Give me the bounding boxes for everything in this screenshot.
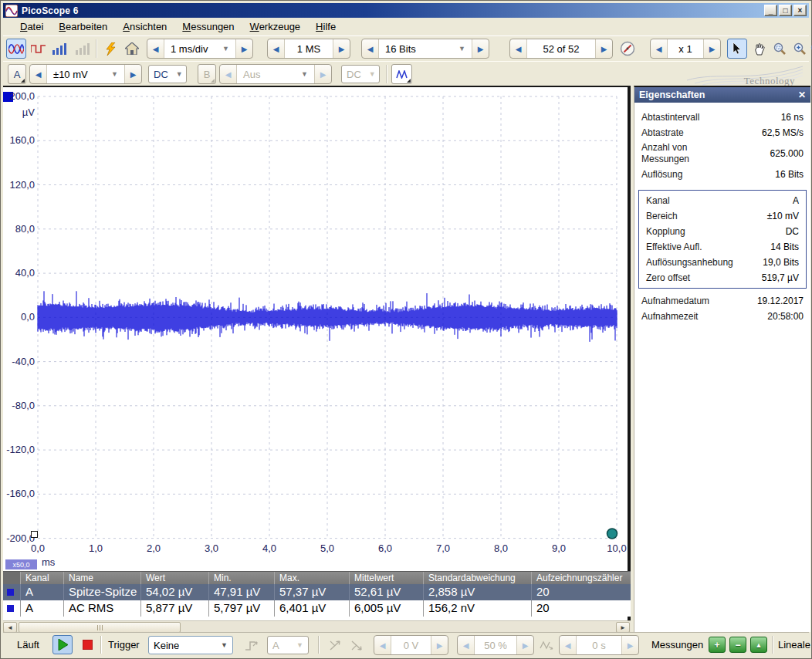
- scroll-right-button[interactable]: ►: [616, 622, 630, 633]
- timebase-increase-button[interactable]: ▶: [236, 39, 252, 58]
- range-a-decrease-button[interactable]: ◀: [30, 65, 46, 83]
- menu-item-hilfe[interactable]: Hilfe: [308, 19, 343, 35]
- scrollbar-thumb[interactable]: [19, 622, 181, 633]
- coupling-b-select[interactable]: DC ▼: [341, 65, 380, 83]
- pre-trigger-value[interactable]: 50 %: [474, 636, 517, 654]
- buffer-previous-button[interactable]: ◀: [510, 39, 526, 58]
- samples-value[interactable]: 1 MS: [284, 39, 333, 58]
- table-scrollbar[interactable]: ◄ ►: [3, 620, 631, 633]
- chevron-down-icon: ▼: [361, 70, 376, 78]
- title-bar[interactable]: PicoScope 6 _ □ ×: [3, 3, 809, 18]
- falling-edge-button[interactable]: [347, 637, 366, 654]
- zoom-value[interactable]: x 1: [667, 39, 704, 58]
- timebase-decrease-button[interactable]: ◀: [147, 39, 164, 58]
- edit-measurement-button[interactable]: ▲: [750, 637, 767, 653]
- remove-measurement-button[interactable]: −: [729, 637, 746, 653]
- trigger-source-select[interactable]: A ▼: [267, 636, 309, 654]
- pretrigger-increase-button[interactable]: ▶: [517, 636, 533, 654]
- samples-decrease-button[interactable]: ◀: [268, 39, 284, 58]
- menu-item-messungen[interactable]: Messungen: [174, 19, 242, 35]
- channel-a-button[interactable]: A: [8, 64, 26, 84]
- zoom-increase-button[interactable]: ▶: [704, 39, 720, 58]
- rising-edge-button[interactable]: [326, 637, 344, 654]
- close-button[interactable]: ×: [793, 5, 807, 16]
- auto-setup-button[interactable]: [100, 39, 120, 59]
- chevron-down-icon: ▼: [293, 70, 308, 78]
- buffer-overview-button[interactable]: [617, 39, 638, 59]
- zoom-out-button[interactable]: [807, 39, 812, 59]
- channel-color-swatch: [7, 589, 14, 596]
- axis-scale-badge[interactable]: x50,0: [5, 559, 37, 569]
- post-trigger-mode-button[interactable]: [537, 637, 556, 654]
- column-header-3[interactable]: Wert: [140, 572, 208, 584]
- column-header-2[interactable]: Name: [63, 572, 140, 584]
- property-row: Bereich±10 mV: [639, 208, 806, 224]
- range-b-increase-button[interactable]: ▶: [315, 65, 331, 83]
- trigger-delay-value[interactable]: 0 s: [576, 636, 622, 654]
- column-header-1[interactable]: Kanal: [20, 572, 63, 584]
- scope-view[interactable]: 200,0160,0120,080,040,00,0-40,0-80,0-120…: [3, 86, 631, 632]
- close-panel-icon[interactable]: ✕: [798, 90, 806, 100]
- property-value: 16 ns: [776, 112, 804, 123]
- column-header-5[interactable]: Max.: [274, 572, 349, 584]
- add-measurement-button[interactable]: +: [709, 637, 726, 653]
- scroll-left-button[interactable]: ◄: [3, 622, 17, 633]
- property-value: 20:58:00: [763, 311, 804, 322]
- buffer-next-button[interactable]: ▶: [596, 39, 612, 58]
- range-a-select[interactable]: ±10 mV ▼: [46, 65, 125, 83]
- column-header-8[interactable]: Aufzeichnungszähler: [531, 572, 631, 584]
- range-a-increase-button[interactable]: ▶: [125, 65, 141, 83]
- trigger-mode-select[interactable]: Keine ▼: [148, 636, 233, 654]
- persistence-view-button[interactable]: [28, 39, 48, 59]
- menu-item-datei[interactable]: Datei: [12, 19, 51, 35]
- marquee-zoom-button[interactable]: [770, 39, 790, 59]
- maximize-button[interactable]: □: [779, 5, 792, 16]
- column-header-7[interactable]: Standardabweichung: [423, 572, 531, 584]
- trigger-level-value[interactable]: 0 V: [391, 636, 431, 654]
- level-increase-button[interactable]: ▶: [431, 636, 448, 654]
- y-axis-label: 40,0: [3, 267, 35, 279]
- advanced-trigger-button[interactable]: [242, 637, 261, 654]
- measurements-label: Messungen: [651, 639, 703, 651]
- menu-item-bearbeiten[interactable]: Bearbeiten: [51, 19, 115, 35]
- coupling-a-select[interactable]: DC ▼: [148, 65, 187, 83]
- stop-button[interactable]: [77, 635, 97, 654]
- properties-header[interactable]: Eigenschaften ✕: [634, 87, 810, 103]
- range-b-decrease-button[interactable]: ◀: [220, 65, 236, 83]
- menu-item-ansichten[interactable]: Ansichten: [115, 19, 174, 35]
- resolution-increase-button[interactable]: ▶: [472, 39, 489, 58]
- menu-item-werkzeuge[interactable]: Werkzeuge: [242, 19, 309, 35]
- xy-view-button[interactable]: [73, 39, 93, 59]
- timebase-select[interactable]: 1 ms/div ▼: [164, 39, 236, 58]
- scope-view-button[interactable]: [6, 39, 26, 59]
- buffer-value[interactable]: 52 of 52: [526, 39, 596, 58]
- spectrum-view-button[interactable]: [49, 39, 69, 59]
- measurement-row-2[interactable]: AAC RMS5,877 µV5,797 µV6,401 µV6,005 µV1…: [3, 600, 631, 617]
- home-button[interactable]: [122, 39, 142, 59]
- measurement-row-1[interactable]: ASpitze-Spitze54,02 µV47,91 µV57,37 µV52…: [3, 584, 631, 600]
- waveform-options-button[interactable]: [391, 64, 412, 84]
- samples-increase-button[interactable]: ▶: [333, 39, 350, 58]
- range-b-select[interactable]: Aus ▼: [236, 65, 315, 83]
- buffer-end-marker[interactable]: [607, 529, 617, 539]
- column-header-6[interactable]: Mittelwert: [349, 572, 423, 584]
- measurement-cell: 57,37 µV: [274, 584, 349, 600]
- select-tool-button[interactable]: [727, 39, 747, 59]
- trigger-level-text: 0 V: [404, 640, 419, 651]
- window-title: PicoScope 6: [22, 5, 79, 16]
- channel-b-button[interactable]: B: [198, 64, 216, 84]
- measurement-cell: Spitze-Spitze: [63, 584, 140, 600]
- zoom-decrease-button[interactable]: ◀: [651, 39, 667, 58]
- resolution-select[interactable]: 16 Bits ▼: [378, 39, 472, 58]
- pan-tool-button[interactable]: [749, 39, 769, 59]
- delay-increase-button[interactable]: ▶: [622, 636, 638, 654]
- minimize-button[interactable]: _: [764, 5, 777, 16]
- level-decrease-button[interactable]: ◀: [374, 636, 391, 654]
- resolution-decrease-button[interactable]: ◀: [362, 39, 378, 58]
- start-button[interactable]: [52, 635, 73, 654]
- trigger-marker-icon[interactable]: [31, 531, 38, 538]
- delay-decrease-button[interactable]: ◀: [560, 636, 576, 654]
- pretrigger-decrease-button[interactable]: ◀: [458, 636, 474, 654]
- magnifier-plus-icon: [793, 42, 807, 56]
- column-header-4[interactable]: Min.: [208, 572, 274, 584]
